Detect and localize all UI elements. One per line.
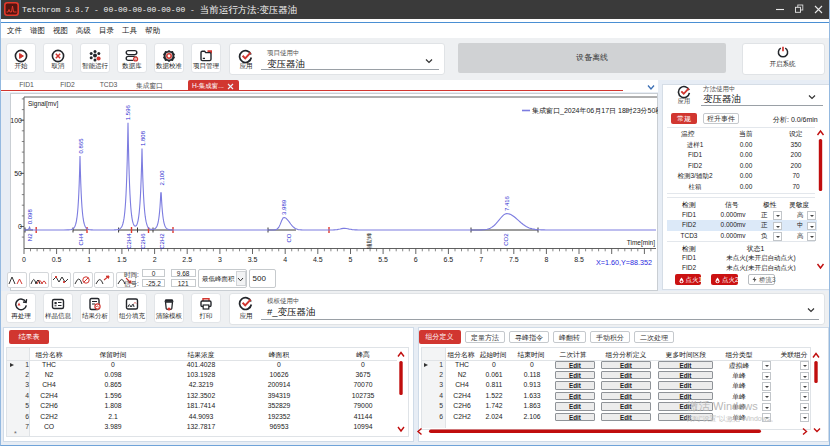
svg-text:6: 6: [414, 256, 418, 263]
svg-text:1.808: 1.808: [140, 130, 146, 146]
svg-text:Signal[mv]: Signal[mv]: [28, 100, 59, 108]
svg-text:X=1.60,Y=88.352: X=1.60,Y=88.352: [596, 258, 652, 267]
svg-text:C2H4: C2H4: [126, 233, 132, 249]
svg-text:7.416: 7.416: [505, 195, 511, 211]
svg-text:8.5: 8.5: [574, 256, 584, 263]
svg-text:7.5: 7.5: [509, 256, 519, 263]
svg-text:4.5: 4.5: [313, 256, 323, 263]
svg-text:5.5: 5.5: [378, 256, 388, 263]
svg-text:集成窗口_2024年06月17日 18时23分50秒: 集成窗口_2024年06月17日 18时23分50秒: [532, 107, 658, 115]
svg-text:1.596: 1.596: [126, 105, 132, 121]
svg-text:1.5: 1.5: [117, 256, 127, 263]
svg-text:N2: N2: [27, 233, 33, 241]
svg-text:0.098: 0.098: [27, 209, 33, 225]
svg-text:2.5: 2.5: [182, 256, 192, 263]
svg-text:CO: CO: [286, 233, 292, 242]
svg-text:8: 8: [544, 256, 548, 263]
svg-text:0: 0: [22, 256, 26, 263]
svg-text:CH4: CH4: [78, 233, 84, 246]
svg-text:辅助峰: 辅助峰: [366, 232, 373, 249]
svg-text:2: 2: [153, 256, 157, 263]
svg-text:3.989: 3.989: [282, 199, 288, 215]
svg-text:CO2: CO2: [503, 233, 509, 246]
svg-text:0.5: 0.5: [52, 256, 62, 263]
svg-text:100: 100: [10, 117, 22, 124]
svg-text:5: 5: [349, 256, 353, 263]
svg-text:2.100: 2.100: [159, 170, 165, 186]
svg-text:C2H6: C2H6: [140, 233, 146, 249]
svg-text:3.5: 3.5: [248, 256, 258, 263]
svg-text:C2H2: C2H2: [159, 233, 165, 249]
svg-text:50: 50: [14, 170, 22, 177]
svg-text:4: 4: [283, 256, 287, 263]
svg-text:7: 7: [479, 256, 483, 263]
svg-text:0: 0: [18, 223, 22, 230]
svg-text:0.865: 0.865: [78, 138, 84, 154]
svg-text:Time[min]: Time[min]: [627, 239, 655, 247]
svg-text:6.5: 6.5: [444, 256, 454, 263]
svg-text:1: 1: [87, 256, 91, 263]
svg-text:3: 3: [218, 256, 222, 263]
